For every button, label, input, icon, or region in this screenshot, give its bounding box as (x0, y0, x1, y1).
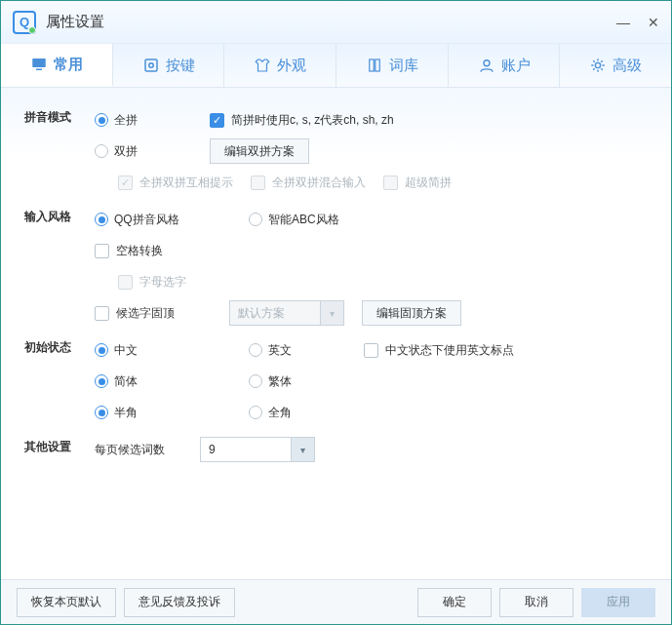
section-input-style: 输入风格 QQ拼音风格 智能ABC风格 空格转换 (24, 205, 648, 330)
cancel-button[interactable]: 取消 (499, 588, 573, 617)
tab-label: 常用 (54, 56, 83, 74)
key-icon (142, 57, 160, 74)
select-value: 9 (201, 443, 291, 456)
radio-fullwidth[interactable]: 全角 (249, 405, 346, 421)
edit-fixed-scheme-button[interactable]: 编辑固顶方案 (362, 300, 461, 326)
section-initial-state: 初始状态 中文 英文 中文状态下使用英文标点 简体 (24, 335, 648, 429)
checkbox-label: 全拼双拼互相提示 (139, 175, 233, 191)
radio-english[interactable]: 英文 (249, 342, 346, 359)
radio-simplified[interactable]: 简体 (95, 373, 231, 390)
radio-bullet-icon (249, 213, 262, 226)
section-other: 其他设置 每页候选词数 9 ▾ (24, 435, 648, 466)
label-candidates-per-page: 每页候选词数 (95, 442, 182, 458)
tab-label: 外观 (277, 57, 306, 75)
radio-label: 半角 (114, 405, 138, 421)
section-heading: 输入风格 (24, 205, 95, 330)
radio-bullet-icon (95, 113, 108, 127)
select-default-scheme: 默认方案 ▾ (229, 300, 344, 326)
tab-general[interactable]: 常用 (1, 44, 113, 87)
svg-point-7 (596, 62, 601, 67)
apply-button[interactable]: 应用 (581, 588, 655, 617)
radio-label: 智能ABC风格 (268, 212, 339, 228)
book-icon (366, 57, 383, 74)
radio-quanpin[interactable]: 全拼 (95, 112, 192, 129)
checkbox-box-icon (210, 113, 224, 128)
radio-bullet-icon (95, 374, 108, 388)
checkbox-label: 候选字固顶 (116, 305, 175, 322)
radio-label: 全拼 (114, 112, 138, 129)
checkbox-box-icon (95, 306, 109, 321)
minimize-button[interactable]: — (616, 15, 630, 30)
radio-bullet-icon (95, 406, 108, 419)
section-pinyin-mode: 拼音模式 全拼 简拼时使用c, s, z代表ch, sh, zh 双拼 编辑双拼… (24, 105, 648, 199)
radio-qq-style[interactable]: QQ拼音风格 (95, 212, 231, 228)
section-heading: 初始状态 (24, 335, 95, 429)
svg-rect-1 (36, 69, 42, 71)
radio-traditional[interactable]: 繁体 (249, 373, 346, 390)
ok-button[interactable]: 确定 (417, 588, 492, 617)
tab-lexicon[interactable]: 词库 (336, 44, 449, 87)
radio-abc-style[interactable]: 智能ABC风格 (249, 212, 346, 228)
checkbox-english-punct[interactable]: 中文状态下使用英文标点 (364, 342, 514, 359)
tab-appearance[interactable]: 外观 (224, 44, 336, 87)
checkbox-label: 空格转换 (116, 243, 163, 259)
checkbox-box-icon (118, 176, 133, 190)
radio-shuangpin[interactable]: 双拼 (95, 143, 192, 160)
checkbox-space-convert[interactable]: 空格转换 (95, 243, 163, 259)
section-heading: 拼音模式 (24, 105, 95, 199)
chevron-down-icon: ▾ (291, 438, 314, 461)
tab-account[interactable]: 账户 (449, 44, 561, 87)
radio-halfwidth[interactable]: 半角 (95, 405, 231, 421)
radio-label: 双拼 (114, 143, 138, 160)
window-controls: — ✕ (616, 15, 659, 30)
restore-defaults-button[interactable]: 恢复本页默认 (17, 588, 116, 617)
tab-advanced[interactable]: 高级 (560, 44, 671, 87)
checkbox-box-icon (383, 176, 398, 190)
app-icon: Q (13, 11, 36, 34)
radio-bullet-icon (95, 213, 108, 226)
feedback-button[interactable]: 意见反馈及投诉 (124, 588, 235, 617)
checkbox-box-icon (251, 176, 265, 190)
checkbox-label: 超级简拼 (405, 175, 452, 191)
user-icon (478, 57, 495, 74)
tab-label: 高级 (613, 57, 642, 75)
chevron-down-icon: ▾ (320, 301, 343, 325)
radio-label: 全角 (268, 405, 292, 421)
radio-chinese[interactable]: 中文 (95, 342, 231, 359)
settings-content: 拼音模式 全拼 简拼时使用c, s, z代表ch, sh, zh 双拼 编辑双拼… (1, 88, 671, 580)
tab-keys[interactable]: 按键 (113, 44, 225, 87)
checkbox-super-simple: 超级简拼 (383, 175, 452, 191)
checkbox-box-icon (364, 343, 378, 358)
radio-label: 繁体 (268, 373, 292, 390)
checkbox-label: 字母选字 (139, 274, 186, 291)
select-candidates-per-page[interactable]: 9 ▾ (200, 437, 315, 462)
radio-label: 英文 (268, 342, 292, 359)
radio-bullet-icon (249, 374, 262, 388)
radio-bullet-icon (95, 144, 108, 158)
checkbox-fuzzy-csz[interactable]: 简拼时使用c, s, z代表ch, sh, zh (210, 112, 394, 129)
checkbox-label: 简拼时使用c, s, z代表ch, sh, zh (231, 112, 394, 129)
checkbox-box-icon (95, 244, 109, 258)
radio-label: QQ拼音风格 (114, 212, 179, 228)
checkbox-candidate-fix[interactable]: 候选字固顶 (95, 305, 212, 322)
checkbox-label: 全拼双拼混合输入 (272, 175, 366, 191)
tab-label: 账户 (501, 57, 531, 75)
svg-rect-4 (370, 59, 375, 71)
svg-rect-0 (32, 59, 46, 67)
select-value: 默认方案 (230, 305, 320, 322)
checkbox-label: 中文状态下使用英文标点 (385, 342, 514, 359)
svg-rect-2 (145, 59, 157, 71)
titlebar: Q 属性设置 — ✕ (1, 1, 671, 44)
footer-bar: 恢复本页默认 意见反馈及投诉 确定 取消 应用 (1, 579, 671, 624)
tshirt-icon (254, 57, 271, 74)
window-title: 属性设置 (46, 13, 616, 31)
tab-label: 按键 (166, 57, 195, 75)
gear-icon (589, 57, 607, 74)
checkbox-box-icon (118, 275, 133, 290)
radio-bullet-icon (249, 343, 262, 357)
edit-shuangpin-button[interactable]: 编辑双拼方案 (210, 138, 309, 164)
tab-label: 词库 (389, 57, 418, 75)
close-button[interactable]: ✕ (648, 15, 659, 30)
svg-rect-5 (376, 59, 380, 71)
svg-point-6 (484, 60, 490, 66)
